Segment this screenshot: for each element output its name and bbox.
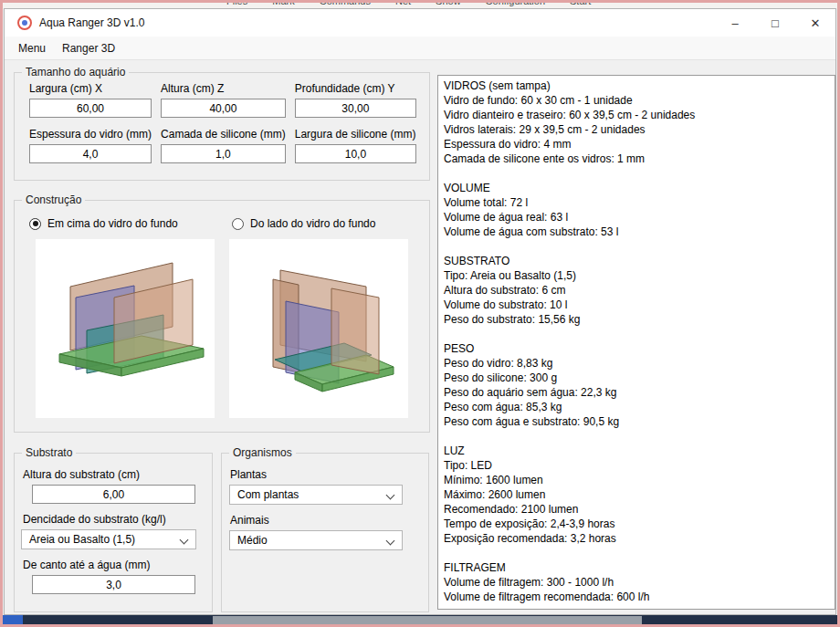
output-line: Peso com água: 85,3 kg xyxy=(444,400,829,414)
group-organismos: Organismos Plantas Com plantas Animais M… xyxy=(221,446,429,612)
output-line: Espessura do vidro: 4 mm xyxy=(444,137,829,152)
output-line: Peso do substrato: 15,56 kg xyxy=(444,312,829,327)
camada-silicone-field: Camada de silicone (mm) xyxy=(161,126,286,163)
output-line xyxy=(444,166,829,181)
altura-z-field: Altura (cm) Z xyxy=(161,80,286,118)
output-line: Tipo: LED xyxy=(444,458,829,473)
minimize-button[interactable]: – xyxy=(715,9,755,37)
aquarium-3d-on-top xyxy=(36,239,215,418)
output-line xyxy=(444,239,829,254)
camada-silicone-input[interactable] xyxy=(161,144,286,163)
output-line: SUBSTRATO xyxy=(444,254,829,268)
largura-silicone-label: Largura de silicone (mm) xyxy=(295,128,416,141)
group-tamanho-title: Tamanho do aquário xyxy=(22,66,129,78)
output-line: Volume de água com substrato: 53 l xyxy=(444,225,829,239)
output-line: Máximo: 2600 lumen xyxy=(444,487,829,502)
espessura-vidro-input[interactable] xyxy=(29,144,152,163)
output-line: Tempo de exposição: 2,4-3,9 horas xyxy=(444,517,829,531)
output-line: Altura do substrato: 6 cm xyxy=(444,283,829,298)
altura-z-input[interactable] xyxy=(161,99,286,118)
profundidade-y-field: Profundidade (cm) Y xyxy=(295,80,416,118)
app-window: Aqua Ranger 3D v1.0 – □ ✕ Menu Ranger 3D… xyxy=(4,8,836,615)
background-menu-item: Files xyxy=(226,3,247,6)
background-menu-item: Mark xyxy=(272,3,294,6)
largura-silicone-input[interactable] xyxy=(295,144,416,163)
altura-substrato-input[interactable] xyxy=(32,485,195,504)
menubar: Menu Ranger 3D xyxy=(5,37,835,60)
preview-do-lado-render xyxy=(229,239,408,418)
taskbar[interactable] xyxy=(3,615,837,624)
main-content: Tamanho do aquário Largura (cm) X Altura… xyxy=(5,60,835,614)
construcao-options: Em cima do vidro do fundo Do lado do vid… xyxy=(15,206,429,235)
app-icon xyxy=(17,16,32,30)
background-menu-item: Commands xyxy=(320,3,371,6)
substrato-fields: Altura do substrato (cm) Dencidade do su… xyxy=(15,468,212,594)
menu-item-menu[interactable]: Menu xyxy=(10,38,54,58)
output-line: Peso com água e substrato: 90,5 kg xyxy=(444,414,829,429)
group-construcao-title: Construção xyxy=(22,193,85,206)
camada-silicone-label: Camada de silicone (mm) xyxy=(161,128,286,141)
radio-em-cima-do-vidro[interactable]: Em cima do vidro do fundo xyxy=(29,217,232,230)
chevron-down-icon xyxy=(386,491,395,500)
largura-x-label: Largura (cm) X xyxy=(29,82,152,95)
background-menu-item: Start xyxy=(570,3,591,6)
group-substrato: Substrato Altura do substrato (cm) Denci… xyxy=(14,446,213,612)
output-line: Mínimo: 1600 lumen xyxy=(444,473,829,487)
construction-previews xyxy=(15,235,429,418)
densidade-substrato-label: Dencidade do substrato (kg/l) xyxy=(23,513,212,526)
background-menu-item: Net xyxy=(395,3,411,6)
output-line: Tipo: Areia ou Basalto (1,5) xyxy=(444,268,829,283)
canto-agua-input[interactable] xyxy=(32,575,195,594)
output-line: Peso do aquário sem água: 22,3 kg xyxy=(444,385,829,400)
canto-agua-label: De canto até a água (mm) xyxy=(23,559,212,571)
output-line: Volume de filtragem recomendada: 600 l/h xyxy=(444,590,829,604)
animais-select[interactable]: Médio xyxy=(229,530,403,550)
plantas-value: Com plantas xyxy=(237,488,299,501)
output-line: Vidro de fundo: 60 x 30 cm - 1 unidade xyxy=(444,93,829,108)
app-icon-dot xyxy=(22,20,27,26)
output-line: Volume do substrato: 10 l xyxy=(444,298,829,312)
preview-em-cima-render xyxy=(36,239,215,418)
background-menu-items: FilesMarkCommandsNetShowConfigurationSta… xyxy=(226,3,591,6)
titlebar[interactable]: Aqua Ranger 3D v1.0 – □ ✕ xyxy=(5,9,835,37)
radio-em-cima-label: Em cima do vidro do fundo xyxy=(47,217,178,230)
group-substrato-title: Substrato xyxy=(22,446,76,459)
taskbar-window-strip[interactable] xyxy=(213,616,642,624)
espessura-vidro-label: Espessura do vidro (mm) xyxy=(29,128,152,141)
output-line xyxy=(444,429,829,444)
group-construcao: Construção Em cima do vidro do fundo Do … xyxy=(14,193,430,433)
group-organismos-title: Organismos xyxy=(229,446,296,459)
maximize-button[interactable]: □ xyxy=(755,9,795,37)
profundidade-y-input[interactable] xyxy=(295,99,416,118)
chevron-down-icon xyxy=(386,537,395,546)
altura-substrato-label: Altura do substrato (cm) xyxy=(23,468,212,481)
densidade-substrato-value: Areia ou Basalto (1,5) xyxy=(29,533,135,546)
menu-item-ranger3d[interactable]: Ranger 3D xyxy=(54,38,123,58)
output-line: Exposição recomendada: 3,2 horas xyxy=(444,531,829,546)
largura-x-input[interactable] xyxy=(29,99,152,118)
taskbar-accent-block[interactable] xyxy=(3,615,23,624)
window-title: Aqua Ranger 3D v1.0 xyxy=(39,16,144,29)
screen: FilesMarkCommandsNetShowConfigurationSta… xyxy=(0,0,840,627)
output-panel: VIDROS (sem tampa)Vidro de fundo: 60 x 3… xyxy=(437,75,835,610)
radio-do-lado-do-vidro[interactable]: Do lado do vidro do fundo xyxy=(232,217,375,230)
organismos-fields: Plantas Com plantas Animais Médio xyxy=(222,468,428,550)
output-line: Camada de silicone ente os vidros: 1 mm xyxy=(444,152,829,166)
espessura-vidro-field: Espessura do vidro (mm) xyxy=(29,126,152,163)
output-line: Peso do vidro: 8,83 kg xyxy=(444,356,829,371)
profundidade-y-label: Profundidade (cm) Y xyxy=(295,82,416,95)
radio-do-lado-label: Do lado do vidro do fundo xyxy=(250,217,375,230)
output-line: Peso do silicone: 300 g xyxy=(444,371,829,385)
animais-label: Animais xyxy=(230,514,428,527)
output-line: VOLUME xyxy=(444,181,829,195)
output-line: Volume total: 72 l xyxy=(444,195,829,210)
output-line: Vidros laterais: 29 x 39,5 cm - 2 unidad… xyxy=(444,122,829,137)
output-line: Recomendado: 2100 lumen xyxy=(444,502,829,517)
output-line: Vidro dianteiro e traseiro: 60 x 39,5 cm… xyxy=(444,108,829,122)
close-button[interactable]: ✕ xyxy=(795,9,835,37)
output-line: Volume de filtragem: 300 - 1000 l/h xyxy=(444,575,829,590)
plantas-select[interactable]: Com plantas xyxy=(229,485,403,505)
tamanho-fields: Largura (cm) X Altura (cm) Z Profundidad… xyxy=(15,78,429,163)
densidade-substrato-select[interactable]: Areia ou Basalto (1,5) xyxy=(21,529,196,549)
background-menu-item: Show xyxy=(436,3,461,6)
